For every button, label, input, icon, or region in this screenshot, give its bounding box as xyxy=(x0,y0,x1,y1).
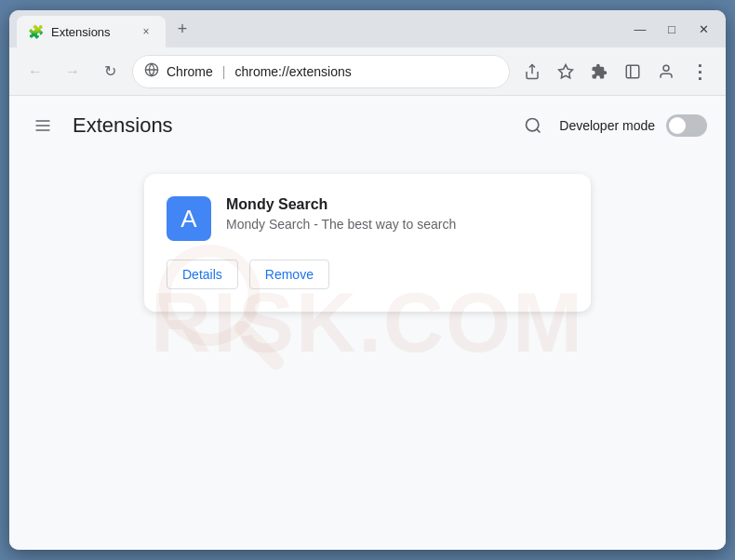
back-button[interactable]: ← xyxy=(20,57,50,87)
menu-icon[interactable]: ⋮ xyxy=(685,57,715,87)
minimize-button[interactable]: — xyxy=(625,14,655,44)
svg-rect-4 xyxy=(626,65,639,78)
svg-line-8 xyxy=(242,328,276,363)
tab-title: Extensions xyxy=(51,25,130,39)
extension-name: Mondy Search xyxy=(226,196,568,213)
profile-icon[interactable] xyxy=(651,57,681,87)
toggle-slider xyxy=(666,114,707,137)
navigation-bar: ← → ↻ Chrome | chrome://extensions xyxy=(9,47,726,96)
window-controls: — □ ✕ xyxy=(625,10,718,47)
search-button[interactable] xyxy=(518,111,548,140)
sidebar-icon[interactable] xyxy=(618,57,648,87)
share-icon[interactable] xyxy=(517,57,547,87)
hamburger-menu-button[interactable] xyxy=(28,111,58,140)
url-separator: | xyxy=(222,64,226,79)
card-header: A Mondy Search Mondy Search - The best w… xyxy=(167,196,568,241)
title-bar: 🧩 Extensions × + — □ ✕ xyxy=(9,10,726,47)
svg-marker-3 xyxy=(559,64,573,77)
tab-area: 🧩 Extensions × + xyxy=(17,10,625,47)
reload-button[interactable]: ↻ xyxy=(95,57,125,87)
tab-close-button[interactable]: × xyxy=(138,23,154,40)
maximize-button[interactable]: □ xyxy=(657,14,687,44)
extension-icon: A xyxy=(167,196,211,241)
extension-card-container: A Mondy Search Mondy Search - The best w… xyxy=(9,155,726,330)
browser-window: 🧩 Extensions × + — □ ✕ ← → ↻ Chrome xyxy=(9,10,726,550)
details-button[interactable]: Details xyxy=(167,260,238,289)
svg-point-12 xyxy=(527,119,539,131)
toolbar-icons: ⋮ xyxy=(517,57,715,87)
extension-info: Mondy Search Mondy Search - The best way… xyxy=(226,196,568,232)
tab-favicon: 🧩 xyxy=(28,24,44,39)
extensions-icon[interactable] xyxy=(584,57,614,87)
extension-description: Mondy Search - The best way to search xyxy=(226,217,568,232)
developer-mode-toggle[interactable] xyxy=(666,114,707,137)
new-tab-button[interactable]: + xyxy=(169,16,195,42)
security-icon xyxy=(144,62,159,80)
url-text: chrome://extensions xyxy=(234,64,498,79)
card-footer: Details Remove xyxy=(167,260,568,289)
bookmark-icon[interactable] xyxy=(551,57,581,87)
close-button[interactable]: ✕ xyxy=(688,14,718,44)
header-right: Developer mode xyxy=(518,111,707,140)
active-tab[interactable]: 🧩 Extensions × xyxy=(17,16,166,47)
page-content: RISK.COM Extensions Developer mode xyxy=(9,96,726,550)
forward-button[interactable]: → xyxy=(58,57,87,87)
extension-card: A Mondy Search Mondy Search - The best w… xyxy=(144,174,591,312)
address-bar[interactable]: Chrome | chrome://extensions xyxy=(132,55,510,88)
svg-line-13 xyxy=(537,129,541,133)
site-name: Chrome xyxy=(167,64,213,79)
svg-point-6 xyxy=(663,65,669,71)
remove-button[interactable]: Remove xyxy=(249,260,329,289)
page-title: Extensions xyxy=(73,113,503,138)
developer-mode-label: Developer mode xyxy=(559,118,655,133)
extensions-header: Extensions Developer mode xyxy=(9,96,726,155)
